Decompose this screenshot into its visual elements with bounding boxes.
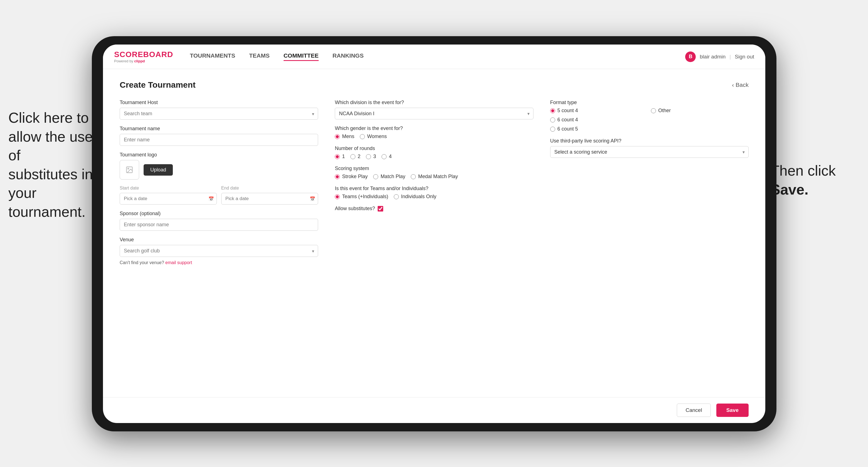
nav-teams[interactable]: TEAMS — [249, 52, 270, 61]
rounds-2-radio[interactable] — [350, 154, 355, 159]
scoring-medal-radio[interactable] — [411, 174, 416, 179]
scoring-stroke-radio[interactable] — [335, 174, 340, 179]
format-6count4-radio[interactable] — [550, 118, 555, 122]
format-empty1 — [651, 117, 749, 123]
rounds-label: Number of rounds — [335, 146, 533, 151]
annotation-left: Click here to allow the use of substitut… — [8, 108, 103, 221]
format-other-label: Other — [658, 108, 671, 114]
substitutes-label: Allow substitutes? — [335, 206, 375, 212]
app-container: SCOREBOARD Powered by clippd TOURNAMENTS… — [103, 44, 765, 423]
format-6count5-label: 6 count 5 — [557, 126, 578, 132]
sign-out-link[interactable]: Sign out — [735, 54, 754, 60]
tournament-logo-label: Tournament logo — [120, 152, 318, 158]
save-button[interactable]: Save — [716, 404, 749, 417]
scoring-match[interactable]: Match Play — [373, 174, 405, 180]
start-date-label: Start date — [120, 186, 217, 191]
gender-group: Which gender is the event for? Mens Wome… — [335, 126, 533, 139]
logo-upload-area: Upload — [120, 160, 318, 180]
venue-wrapper — [120, 245, 318, 257]
nav-rankings[interactable]: RANKINGS — [333, 52, 364, 61]
scoring-group: Scoring system Stroke Play Match Play — [335, 165, 533, 180]
gender-mens-radio[interactable] — [335, 134, 340, 139]
tournament-host-group: Tournament Host — [120, 100, 318, 120]
event-individuals-label: Individuals Only — [401, 194, 436, 199]
powered-by: Powered by clippd — [114, 59, 173, 63]
tablet-screen: SCOREBOARD Powered by clippd TOURNAMENTS… — [103, 44, 765, 423]
form-col-3: Format type 5 count 4 Other — [550, 100, 749, 265]
upload-button[interactable]: Upload — [144, 164, 173, 176]
start-date-wrapper: 📅 — [120, 193, 217, 205]
format-type-group: Format type 5 count 4 Other — [550, 100, 749, 132]
format-6count4[interactable]: 6 count 4 — [550, 117, 648, 123]
rounds-3-radio[interactable] — [366, 154, 371, 159]
clippd-label: clippd — [134, 59, 145, 63]
venue-help-text: Can't find your venue? — [120, 260, 164, 265]
event-individuals-radio[interactable] — [394, 194, 399, 199]
start-date-input[interactable] — [120, 193, 217, 205]
event-type-label: Is this event for Teams and/or Individua… — [335, 186, 533, 191]
gender-womens-radio[interactable] — [360, 134, 365, 139]
division-wrapper: NCAA Division I — [335, 108, 533, 119]
end-date-input[interactable] — [221, 193, 318, 205]
format-6count4-label: 6 count 4 — [557, 117, 578, 123]
nav-links: TOURNAMENTS TEAMS COMMITTEE RANKINGS — [190, 52, 685, 61]
back-label: Back — [736, 82, 749, 88]
event-type-radio-group: Teams (+Individuals) Individuals Only — [335, 194, 533, 199]
tournament-logo-group: Tournament logo Upload — [120, 152, 318, 180]
rounds-4[interactable]: 4 — [381, 154, 392, 159]
nav-tournaments[interactable]: TOURNAMENTS — [190, 52, 235, 61]
sponsor-input[interactable] — [120, 219, 318, 231]
back-button[interactable]: ‹ Back — [732, 82, 749, 88]
scoring-stroke[interactable]: Stroke Play — [335, 174, 368, 180]
scoring-radio-group: Stroke Play Match Play Medal Match Play — [335, 174, 533, 180]
format-6count5[interactable]: 6 count 5 — [550, 126, 648, 132]
cancel-button[interactable]: Cancel — [677, 404, 711, 417]
format-other[interactable]: Other — [651, 108, 749, 114]
scoring-stroke-label: Stroke Play — [342, 174, 368, 180]
end-date-group: End date 📅 — [221, 186, 318, 205]
substitutes-checkbox[interactable] — [378, 206, 383, 212]
gender-womens[interactable]: Womens — [360, 133, 387, 139]
sponsor-label: Sponsor (optional) — [120, 211, 318, 217]
rounds-2[interactable]: 2 — [350, 154, 361, 159]
gender-label: Which gender is the event for? — [335, 126, 533, 131]
event-teams[interactable]: Teams (+Individuals) — [335, 194, 388, 199]
venue-email-link[interactable]: email support — [165, 260, 192, 265]
annotation-line3: substitutes in your — [8, 166, 93, 201]
division-select[interactable]: NCAA Division I — [335, 108, 533, 119]
rounds-group: Number of rounds 1 2 — [335, 146, 533, 159]
tournament-host-input[interactable] — [120, 108, 318, 120]
tablet-device: SCOREBOARD Powered by clippd TOURNAMENTS… — [92, 36, 776, 431]
tournament-name-input[interactable] — [120, 134, 318, 146]
rounds-1-label: 1 — [342, 154, 345, 159]
venue-input[interactable] — [120, 245, 318, 257]
event-individuals[interactable]: Individuals Only — [394, 194, 436, 199]
format-other-radio[interactable] — [651, 108, 656, 113]
format-5count4-label: 5 count 4 — [557, 108, 578, 114]
scoring-match-radio[interactable] — [373, 174, 378, 179]
format-6count5-radio[interactable] — [550, 127, 555, 132]
rounds-4-radio[interactable] — [381, 154, 386, 159]
gender-mens[interactable]: Mens — [335, 133, 354, 139]
annotation-line2: allow the use of — [8, 129, 93, 164]
rounds-3[interactable]: 3 — [366, 154, 376, 159]
rounds-3-label: 3 — [373, 154, 376, 159]
scoring-api-select[interactable]: Select a scoring service — [550, 146, 749, 158]
logo-placeholder — [120, 160, 139, 180]
substitutes-item[interactable]: Allow substitutes? — [335, 206, 533, 212]
rounds-1[interactable]: 1 — [335, 154, 345, 159]
format-5count4[interactable]: 5 count 4 — [550, 108, 648, 114]
scoring-api-label: Use third-party live scoring API? — [550, 138, 749, 144]
sponsor-group: Sponsor (optional) — [120, 211, 318, 231]
rounds-2-label: 2 — [358, 154, 361, 159]
division-group: Which division is the event for? NCAA Di… — [335, 100, 533, 119]
event-teams-radio[interactable] — [335, 194, 340, 199]
format-5count4-radio[interactable] — [550, 108, 555, 113]
gender-womens-label: Womens — [367, 133, 387, 139]
nav-bar: SCOREBOARD Powered by clippd TOURNAMENTS… — [103, 44, 765, 69]
scoring-medal[interactable]: Medal Match Play — [411, 174, 458, 180]
page-title: Create Tournament — [120, 80, 196, 90]
rounds-1-radio[interactable] — [335, 154, 340, 159]
user-name: blair admin — [700, 54, 725, 60]
nav-committee[interactable]: COMMITTEE — [284, 52, 319, 61]
